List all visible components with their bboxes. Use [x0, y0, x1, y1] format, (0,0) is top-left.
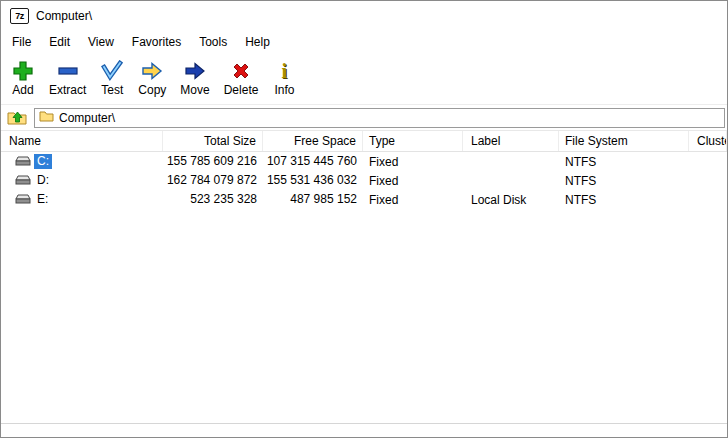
- drive-total-size: 523 235 328: [163, 190, 263, 209]
- info-label: Info: [274, 83, 294, 97]
- up-one-level-button[interactable]: [5, 107, 29, 128]
- add-label: Add: [12, 83, 33, 97]
- add-button[interactable]: Add: [4, 56, 42, 99]
- folder-icon: [39, 110, 54, 125]
- info-icon: i: [272, 59, 296, 83]
- up-one-level-icon: [7, 108, 27, 128]
- address-path-text: Computer\: [59, 111, 720, 125]
- menu-view[interactable]: View: [79, 32, 123, 52]
- menu-edit[interactable]: Edit: [40, 32, 79, 52]
- column-header-free-space[interactable]: Free Space: [263, 131, 363, 151]
- add-icon: [11, 59, 35, 83]
- extract-label: Extract: [49, 83, 86, 97]
- drive-file-system: NTFS: [559, 174, 689, 188]
- drive-name: D:: [34, 173, 52, 188]
- drive-row-e[interactable]: E: 523 235 328 487 985 152 Fixed Local D…: [1, 190, 727, 209]
- drive-file-system: NTFS: [559, 155, 689, 169]
- drive-label: Local Disk: [463, 193, 559, 207]
- column-header-label[interactable]: Label: [463, 131, 559, 151]
- drive-name: C:: [34, 154, 52, 169]
- drive-free-space: 487 985 152: [263, 190, 363, 209]
- column-header-total-size[interactable]: Total Size: [163, 131, 263, 151]
- menu-tools[interactable]: Tools: [190, 32, 236, 52]
- delete-button[interactable]: Delete: [217, 56, 266, 99]
- column-header-name[interactable]: Name: [1, 131, 163, 151]
- drive-type: Fixed: [363, 193, 463, 207]
- copy-icon: [140, 59, 164, 83]
- drive-file-system: NTFS: [559, 193, 689, 207]
- drive-icon: [15, 154, 31, 170]
- column-header-cluster-size[interactable]: Cluste: [689, 131, 727, 151]
- window-title: Computer\: [36, 9, 92, 23]
- title-bar: 7z Computer\: [1, 1, 727, 31]
- menu-favorites[interactable]: Favorites: [123, 32, 190, 52]
- copy-button[interactable]: Copy: [131, 56, 173, 99]
- main-toolbar: Add Extract Test: [1, 53, 727, 105]
- info-button[interactable]: i Info: [265, 56, 303, 99]
- test-label: Test: [101, 83, 123, 97]
- test-button[interactable]: Test: [93, 56, 131, 99]
- list-column-headers: Name Total Size Free Space Type Label Fi…: [1, 131, 727, 152]
- address-bar: Computer\: [1, 105, 727, 131]
- app-icon-7zip[interactable]: 7z: [10, 8, 29, 24]
- column-header-file-system[interactable]: File System: [559, 131, 689, 151]
- drive-name: E:: [34, 192, 51, 207]
- move-label: Move: [180, 83, 209, 97]
- drive-list: C: 155 785 609 216 107 315 445 760 Fixed…: [1, 152, 727, 423]
- menu-file[interactable]: File: [3, 32, 40, 52]
- move-button[interactable]: Move: [173, 56, 216, 99]
- drive-total-size: 162 784 079 872: [163, 171, 263, 190]
- extract-button[interactable]: Extract: [42, 56, 93, 99]
- drive-free-space: 107 315 445 760: [263, 152, 363, 171]
- delete-icon: [229, 59, 253, 83]
- drive-total-size: 155 785 609 216: [163, 152, 263, 171]
- drive-row-c[interactable]: C: 155 785 609 216 107 315 445 760 Fixed…: [1, 152, 727, 171]
- drive-type: Fixed: [363, 155, 463, 169]
- drive-free-space: 155 531 436 032: [263, 171, 363, 190]
- menu-bar: File Edit View Favorites Tools Help: [1, 31, 727, 53]
- delete-label: Delete: [224, 83, 259, 97]
- drive-icon: [15, 192, 31, 208]
- drive-row-d[interactable]: D: 162 784 079 872 155 531 436 032 Fixed…: [1, 171, 727, 190]
- test-icon: [100, 59, 124, 83]
- move-icon: [183, 59, 207, 83]
- drive-type: Fixed: [363, 174, 463, 188]
- column-header-type[interactable]: Type: [363, 131, 463, 151]
- drive-icon: [15, 173, 31, 189]
- status-bar: [1, 423, 727, 437]
- extract-icon: [56, 59, 80, 83]
- address-path-combobox[interactable]: Computer\: [34, 108, 725, 128]
- menu-help[interactable]: Help: [236, 32, 279, 52]
- app-window: 7z Computer\ File Edit View Favorites To…: [0, 0, 728, 438]
- copy-label: Copy: [138, 83, 166, 97]
